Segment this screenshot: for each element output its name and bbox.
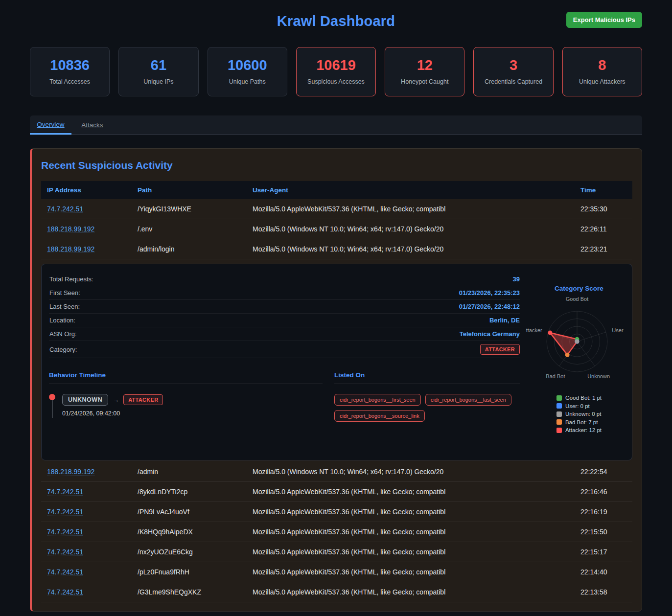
legend-swatch-icon [556, 419, 562, 425]
stat-card-unique-attackers: 8Unique Attackers [562, 47, 642, 96]
ip-address-link[interactable]: 74.7.242.51 [47, 548, 83, 556]
field-value: Berlin, DE [489, 317, 520, 324]
legend-label: Bad Bot: 7 pt [565, 419, 598, 425]
table-row[interactable]: 74.7.242.51/nx2yUOZuE6CkgMozilla/5.0 App… [41, 542, 632, 562]
export-malicious-ips-button[interactable]: Export Malicious IPs [566, 12, 642, 28]
ip-address-link[interactable]: 188.218.99.192 [47, 468, 94, 476]
radar-chart-title: Category Score [526, 285, 632, 292]
cell-path: /PN9LvAcJ4uoVf [132, 508, 247, 516]
radar-legend: Good Bot: 1 ptUser: 0 ptUnknown: 0 ptBad… [556, 395, 602, 435]
cell-ip: 188.218.99.192 [41, 245, 132, 253]
cell-time: 22:15:50 [575, 528, 632, 536]
category-unknown-badge: UNKNOWN [62, 394, 108, 406]
radar-axis-label: Unknown [587, 373, 610, 379]
table-row[interactable]: 74.7.242.51/PN9LvAcJ4uoVfMozilla/5.0 App… [41, 502, 632, 522]
table-row[interactable]: 74.7.242.51/K8HQq9hAipeDXMozilla/5.0 App… [41, 522, 632, 542]
listed-on-title: Listed On [334, 371, 520, 384]
stat-label: Unique IPs [119, 78, 198, 85]
tab-bar: Overview Attacks [30, 115, 642, 135]
recent-suspicious-activity-panel: Recent Suspicious Activity IP Address Pa… [30, 148, 642, 612]
category-score-section: Category Score Good BotUserUnknownBad Bo… [526, 264, 632, 460]
radar-axis-label: Attacker [526, 327, 542, 333]
timeline-marker [49, 394, 55, 418]
stat-label: Credentials Captured [474, 78, 553, 85]
legend-label: Attacker: 12 pt [565, 427, 602, 433]
legend-swatch-icon [556, 411, 562, 417]
cell-path: /nx2yUOZuE6Ckg [132, 548, 247, 556]
header: Krawl Dashboard Export Malicious IPs [30, 0, 642, 36]
legend-swatch-icon [556, 403, 562, 409]
stat-value: 10600 [208, 57, 287, 73]
listed-on-section: Listed On cidr_report_bogons__first_seen… [334, 371, 520, 422]
stat-label: Unique Paths [208, 78, 287, 85]
ip-address-link[interactable]: 74.7.242.51 [47, 528, 83, 536]
behavior-timeline-title: Behavior Timeline [49, 371, 323, 384]
stat-value: 8 [563, 57, 642, 73]
field-value: Telefonica Germany [460, 330, 520, 338]
ip-detail-field: First Seen:01/23/2026, 22:35:23 [49, 286, 520, 300]
stat-card-total-accesses: 10836Total Accesses [30, 47, 110, 96]
tab-overview[interactable]: Overview [30, 115, 71, 135]
legend-item: User: 0 pt [556, 403, 602, 409]
tab-attacks[interactable]: Attacks [71, 115, 113, 135]
stat-card-suspicious-accesses: 10619Suspicious Accesses [296, 47, 376, 96]
column-time: Time [575, 186, 632, 194]
cell-ip: 74.7.242.51 [41, 588, 132, 596]
cell-user-agent: Mozilla/5.0 (Windows NT 10.0; Win64; x64… [247, 225, 575, 233]
timeline-content: UNKNOWN → ATTACKER 01/24/2026, 09:42:00 [62, 394, 163, 418]
table-row[interactable]: 74.7.242.51/pLz0Fnua9fRhHMozilla/5.0 App… [41, 562, 632, 582]
legend-swatch-icon [556, 428, 562, 433]
ip-address-link[interactable]: 74.7.242.51 [47, 205, 83, 213]
blocklist-badge: cidr_report_bogons__source_link [334, 410, 425, 422]
cell-time: 22:15:17 [575, 548, 632, 556]
page-title: Krawl Dashboard [277, 13, 395, 29]
panel-title: Recent Suspicious Activity [41, 160, 632, 171]
legend-label: Unknown: 0 pt [565, 411, 602, 417]
table-row[interactable]: 188.218.99.192/.envMozilla/5.0 (Windows … [41, 219, 632, 239]
legend-item: Unknown: 0 pt [556, 411, 602, 417]
ip-address-link[interactable]: 188.218.99.192 [47, 225, 94, 233]
stat-label: Suspicious Accesses [297, 78, 375, 85]
blocklist-badge: cidr_report_bogons__first_seen [334, 394, 421, 406]
stat-card-honeypot-caught: 12Honeypot Caught [385, 47, 464, 96]
stat-label: Honeypot Caught [385, 78, 464, 85]
cell-user-agent: Mozilla/5.0 AppleWebKit/537.36 (KHTML, l… [247, 548, 575, 556]
table-row[interactable]: 74.7.242.51/8ykdLnDYTi2cpMozilla/5.0 App… [41, 482, 632, 502]
listed-on-badges: cidr_report_bogons__first_seencidr_repor… [334, 394, 520, 422]
cell-time: 22:13:58 [575, 588, 632, 596]
stat-label: Total Accesses [30, 78, 109, 85]
field-label: Last Seen: [49, 303, 80, 310]
table-row[interactable]: 188.218.99.192/admin/loginMozilla/5.0 (W… [41, 239, 632, 259]
table-row[interactable]: 74.7.242.51/YiqykGI13WHXEMozilla/5.0 App… [41, 199, 632, 219]
table-rows-before-detail: 74.7.242.51/YiqykGI13WHXEMozilla/5.0 App… [41, 199, 632, 259]
cell-time: 22:16:46 [575, 488, 632, 496]
stat-card-unique-paths: 10600Unique Paths [208, 47, 287, 96]
legend-item: Good Bot: 1 pt [556, 395, 602, 401]
field-label: Total Requests: [49, 275, 93, 283]
stat-label: Unique Attackers [563, 78, 642, 85]
column-user-agent: User-Agent [247, 186, 575, 194]
ip-address-link[interactable]: 74.7.242.51 [47, 488, 83, 496]
stat-value: 61 [119, 57, 198, 73]
cell-user-agent: Mozilla/5.0 AppleWebKit/537.36 (KHTML, l… [247, 205, 575, 213]
dashboard-page: Krawl Dashboard Export Malicious IPs 108… [0, 0, 672, 612]
cell-ip: 74.7.242.51 [41, 528, 132, 536]
ip-address-link[interactable]: 74.7.242.51 [47, 568, 83, 576]
legend-label: User: 0 pt [565, 403, 590, 409]
ip-address-link[interactable]: 74.7.242.51 [47, 588, 83, 596]
cell-user-agent: Mozilla/5.0 AppleWebKit/537.36 (KHTML, l… [247, 488, 575, 496]
cell-user-agent: Mozilla/5.0 (Windows NT 10.0; Win64; x64… [247, 245, 575, 253]
stat-value: 10836 [30, 57, 109, 73]
category-attacker-badge: ATTACKER [480, 344, 520, 355]
cell-time: 22:26:11 [575, 225, 632, 233]
ip-address-link[interactable]: 188.218.99.192 [47, 245, 94, 253]
table-row[interactable]: 188.218.99.192/adminMozilla/5.0 (Windows… [41, 462, 632, 482]
table-header: IP Address Path User-Agent Time [41, 181, 632, 199]
stat-value: 3 [474, 57, 553, 73]
cell-time: 22:22:54 [575, 468, 632, 476]
table-row[interactable]: 74.7.242.51/G3Lme9ShEQgXKZMozilla/5.0 Ap… [41, 582, 632, 602]
stat-value: 10619 [297, 57, 375, 73]
cell-path: /YiqykGI13WHXE [132, 205, 247, 213]
field-label: Location: [49, 317, 75, 324]
ip-address-link[interactable]: 74.7.242.51 [47, 508, 83, 516]
